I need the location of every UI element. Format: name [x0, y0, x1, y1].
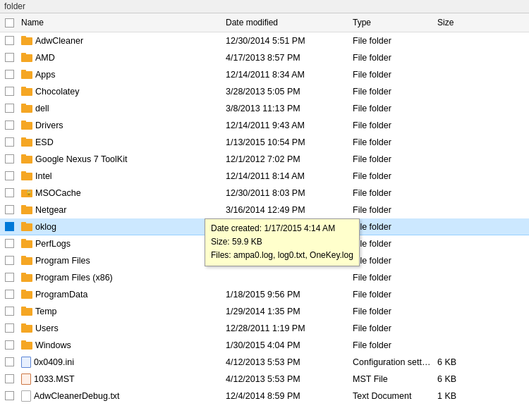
- mst-file-icon: [21, 373, 31, 385]
- row-size: [434, 310, 491, 313]
- row-checkbox[interactable]: [5, 340, 14, 350]
- table-row[interactable]: dell3/8/2013 11:13 PMFile folder: [0, 100, 529, 117]
- folder-icon: [21, 290, 32, 299]
- row-checkbox[interactable]: [5, 121, 14, 130]
- row-checkbox[interactable]: [5, 104, 14, 113]
- row-checkbox-cell: [0, 271, 18, 283]
- row-checkbox[interactable]: [5, 205, 14, 214]
- table-row[interactable]: Google Nexus 7 ToolKit12/1/2012 7:02 PMF…: [0, 151, 529, 168]
- header-date[interactable]: Date modified: [223, 16, 350, 29]
- table-row[interactable]: Intel12/14/2011 8:14 AMFile folder: [0, 168, 529, 185]
- row-checkbox[interactable]: [5, 307, 14, 316]
- header-checkbox[interactable]: [5, 18, 14, 27]
- row-name: ESD: [18, 136, 223, 149]
- title-bar: folder: [0, 0, 529, 13]
- header-size[interactable]: Size: [434, 16, 491, 29]
- row-size: [434, 39, 491, 42]
- title-text: folder: [4, 1, 25, 11]
- row-name: PerfLogs: [18, 237, 223, 250]
- table-row[interactable]: Temp1/29/2014 1:35 PMFile folder: [0, 303, 529, 320]
- row-checkbox-cell: [0, 373, 18, 385]
- table-row[interactable]: oklog1/17/2015 4:14 AMFile folderDate cr…: [0, 218, 529, 235]
- row-checkbox[interactable]: [5, 357, 14, 366]
- row-checkbox-cell: [0, 356, 18, 368]
- table-row[interactable]: Users12/28/2011 1:19 PMFile folder: [0, 320, 529, 337]
- row-type: File folder: [350, 288, 434, 301]
- row-date: 12/1/2012 7:02 PM: [223, 153, 350, 166]
- table-row[interactable]: Program Files (x86)File folder: [0, 269, 529, 286]
- table-row[interactable]: ESD1/13/2015 10:54 PMFile folder: [0, 134, 529, 151]
- folder-icon: [21, 53, 32, 62]
- row-checkbox[interactable]: [5, 256, 14, 265]
- row-name: Netgear: [18, 204, 223, 216]
- row-checkbox-cell: [0, 254, 18, 266]
- table-row[interactable]: 1033.MST4/12/2013 5:53 PMMST File6 KB: [0, 371, 529, 388]
- row-checkbox[interactable]: [5, 70, 14, 79]
- table-row[interactable]: Drivers12/14/2011 9:43 AMFile folder: [0, 117, 529, 134]
- table-row[interactable]: AdwCleanerDebug.txt12/4/2014 8:59 PMText…: [0, 388, 529, 404]
- row-type: File folder: [350, 221, 434, 233]
- folder-icon: [21, 273, 32, 282]
- row-checkbox-cell: [0, 102, 18, 114]
- row-checkbox[interactable]: [5, 273, 14, 282]
- row-type: File folder: [350, 35, 434, 47]
- row-date: 1/30/2015 4:04 PM: [223, 339, 350, 352]
- row-checkbox[interactable]: [5, 87, 14, 96]
- row-size: [434, 327, 491, 330]
- file-name: Netgear: [35, 205, 66, 215]
- row-date: 12/30/2011 8:03 PM: [223, 187, 350, 199]
- table-row[interactable]: Chocolatey3/28/2013 5:05 PMFile folder: [0, 83, 529, 100]
- row-checkbox[interactable]: [5, 374, 14, 383]
- file-name: PerfLogs: [35, 239, 71, 249]
- table-row[interactable]: Windows1/30/2015 4:04 PMFile folder: [0, 337, 529, 354]
- file-name: Windows: [35, 340, 71, 350]
- row-checkbox[interactable]: [5, 171, 14, 180]
- row-checkbox-cell: [0, 119, 18, 131]
- table-row[interactable]: Apps12/14/2011 8:34 AMFile folder: [0, 66, 529, 83]
- row-type: File folder: [350, 254, 434, 267]
- row-checkbox[interactable]: [5, 188, 14, 197]
- row-checkbox[interactable]: [5, 222, 14, 231]
- header-name[interactable]: Name: [18, 16, 223, 29]
- row-name: Users: [18, 322, 223, 335]
- row-type: File folder: [350, 170, 434, 183]
- row-checkbox-cell: [0, 221, 18, 233]
- folder-icon: [21, 137, 32, 147]
- row-checkbox[interactable]: [5, 391, 14, 400]
- row-checkbox-cell: [0, 136, 18, 148]
- table-row[interactable]: AMD4/17/2013 8:57 PMFile folder: [0, 49, 529, 66]
- row-checkbox[interactable]: [5, 154, 14, 163]
- folder-icon: [21, 307, 32, 316]
- folder-icon: [21, 70, 32, 79]
- row-checkbox[interactable]: [5, 323, 14, 333]
- row-size: [434, 141, 491, 144]
- row-size: [434, 73, 491, 76]
- row-date: 12/30/2014 5:51 PM: [223, 35, 350, 47]
- row-name: AMD: [18, 51, 223, 64]
- row-checkbox-cell: [0, 305, 18, 317]
- folder-icon: [21, 239, 32, 248]
- header-checkbox-col: [0, 18, 18, 27]
- table-row[interactable]: 0x0409.ini4/12/2013 5:53 PMConfiguration…: [0, 354, 529, 371]
- row-checkbox[interactable]: [5, 36, 14, 45]
- table-row[interactable]: MSOCache12/30/2011 8:03 PMFile folder: [0, 185, 529, 202]
- row-checkbox-cell: [0, 68, 18, 80]
- row-size: [434, 276, 491, 279]
- table-row[interactable]: Netgear3/16/2014 12:49 PMFile folder: [0, 202, 529, 218]
- table-row[interactable]: ProgramData1/18/2015 9:56 PMFile folder: [0, 286, 529, 303]
- row-checkbox[interactable]: [5, 137, 14, 147]
- folder-icon: [21, 323, 32, 333]
- row-checkbox-cell: [0, 288, 18, 300]
- row-checkbox-cell: [0, 390, 18, 402]
- row-checkbox[interactable]: [5, 290, 14, 299]
- row-size: [434, 344, 491, 347]
- folder-icon: [21, 205, 32, 214]
- row-checkbox[interactable]: [5, 239, 14, 248]
- row-checkbox[interactable]: [5, 53, 14, 62]
- header-type[interactable]: Type: [350, 16, 434, 29]
- row-name: MSOCache: [18, 187, 223, 199]
- table-row[interactable]: AdwCleaner12/30/2014 5:51 PMFile folder: [0, 32, 529, 49]
- file-name: AdwCleanerDebug.txt: [34, 391, 120, 401]
- row-checkbox-cell: [0, 170, 18, 182]
- file-name: Drivers: [35, 121, 63, 130]
